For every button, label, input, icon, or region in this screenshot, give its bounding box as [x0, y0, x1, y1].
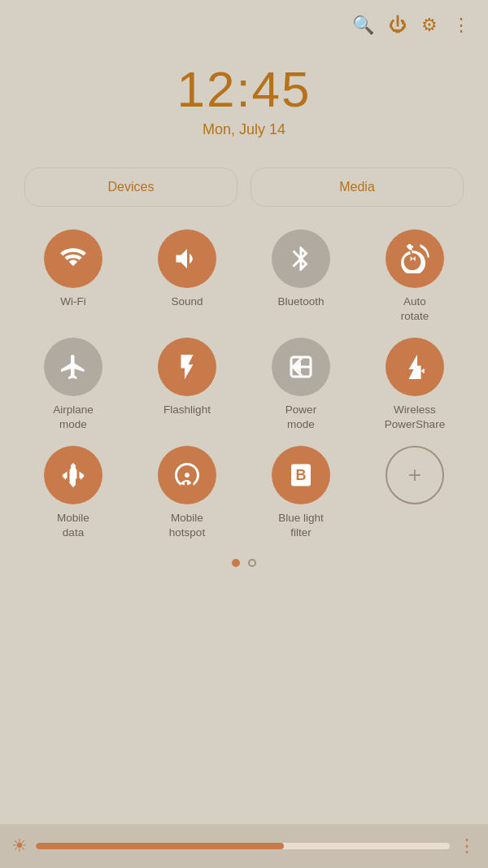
bluelight-circle: B: [272, 446, 330, 504]
svg-text:B: B: [296, 467, 307, 483]
settings-icon[interactable]: ⚙: [421, 15, 438, 36]
brightness-sun-icon: ☀: [11, 835, 28, 857]
hotspot-label: Mobilehotspot: [169, 511, 205, 539]
wifi-label: Wi-Fi: [60, 294, 85, 309]
wifi-toggle[interactable]: Wi-Fi: [16, 229, 130, 323]
wireless-toggle[interactable]: WirelessPowerShare: [358, 338, 472, 431]
powermode-label: Powermode: [285, 403, 316, 431]
autorotate-label: Autorotate: [401, 294, 429, 323]
pagination-dots: [0, 559, 488, 567]
hotspot-circle: [158, 446, 216, 504]
powermode-toggle[interactable]: Powermode: [244, 338, 358, 431]
more-icon[interactable]: ⋮: [452, 15, 470, 36]
bluelight-toggle[interactable]: B Blue lightfilter: [244, 446, 358, 539]
dot-2: [248, 559, 256, 567]
bluetooth-circle: [272, 229, 330, 288]
quick-settings-grid: Wi-Fi Sound Bluetooth Autorotate Airplan…: [0, 229, 488, 554]
airplane-label: Airplanemode: [53, 403, 94, 431]
mobiledata-circle: [44, 446, 102, 504]
clock-time: 12:45: [0, 60, 488, 118]
power-icon[interactable]: ⏻: [389, 15, 407, 36]
autorotate-toggle[interactable]: Autorotate: [358, 229, 472, 323]
plus-icon: +: [408, 464, 421, 486]
sound-toggle[interactable]: Sound: [130, 229, 244, 323]
flashlight-label: Flashlight: [163, 403, 211, 417]
sound-circle: [158, 229, 216, 288]
top-bar: 🔍 ⏻ ⚙ ⋮: [0, 0, 488, 36]
media-tab[interactable]: Media: [251, 168, 464, 207]
bluetooth-label: Bluetooth: [277, 294, 324, 309]
autorotate-circle: [386, 229, 444, 288]
powermode-circle: [272, 338, 330, 396]
dot-1: [232, 559, 240, 567]
add-button[interactable]: +: [358, 446, 472, 539]
devices-tab[interactable]: Devices: [24, 168, 237, 207]
mobiledata-toggle[interactable]: Mobiledata: [16, 446, 130, 539]
wifi-circle: [44, 229, 102, 288]
bluetooth-toggle[interactable]: Bluetooth: [244, 229, 358, 323]
wireless-label: WirelessPowerShare: [385, 403, 445, 431]
clock-date: Mon, July 14: [0, 121, 488, 138]
plus-circle: +: [386, 446, 444, 504]
clock-section: 12:45 Mon, July 14: [0, 60, 488, 138]
brightness-bar[interactable]: ☀ ⋮: [0, 824, 488, 868]
flashlight-circle: [158, 338, 216, 396]
tab-row: Devices Media: [0, 168, 488, 207]
brightness-track[interactable]: [36, 843, 450, 849]
flashlight-toggle[interactable]: Flashlight: [130, 338, 244, 431]
hotspot-toggle[interactable]: Mobilehotspot: [130, 446, 244, 539]
sound-label: Sound: [171, 294, 203, 309]
brightness-fill: [36, 843, 284, 849]
bluelight-label: Blue lightfilter: [278, 511, 324, 539]
airplane-circle: [44, 338, 102, 396]
mobiledata-label: Mobiledata: [57, 511, 89, 539]
search-icon[interactable]: 🔍: [352, 15, 374, 36]
airplane-toggle[interactable]: Airplanemode: [16, 338, 130, 431]
brightness-more-icon[interactable]: ⋮: [458, 835, 477, 857]
wireless-circle: [386, 338, 444, 396]
